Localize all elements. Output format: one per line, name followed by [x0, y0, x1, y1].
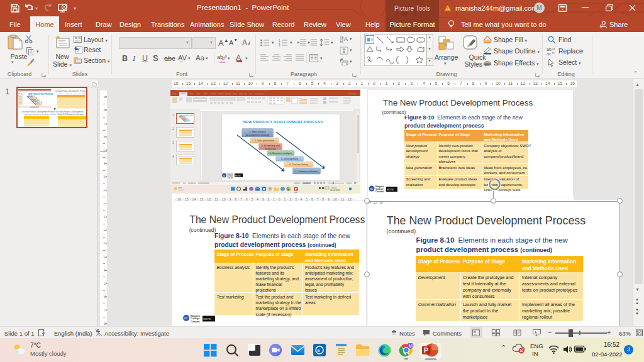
svg-text:ac: ac	[547, 52, 552, 55]
svg-text:A: A	[344, 36, 348, 42]
svg-text:evaluation: evaluation	[265, 147, 276, 150]
svg-text:development strategy: development strategy	[246, 133, 269, 136]
svg-text:ab: ab	[547, 47, 552, 52]
svg-text:The New Product Development: The New Product Development	[55, 111, 83, 113]
svg-text:Figure 8-10 Elements in each s: Figure 8-10 Elements in each stage of th…	[58, 93, 86, 95]
svg-text:NEW PRODUCT DEVELOPMENT PROCES: NEW PRODUCT DEVELOPMENT PROCESS	[243, 120, 323, 124]
svg-text:A: A	[242, 38, 247, 47]
svg-text:2. Idea generation: 2. Idea generation	[255, 139, 274, 142]
svg-text:6. Test marketing: 6. Test marketing	[289, 163, 308, 166]
svg-text:NEW PRODUCT DEV: NEW PRODUCT DEV	[179, 114, 193, 116]
svg-text:4. Business analysis: 4. Business analysis	[270, 151, 292, 155]
svg-text:nc: nc	[370, 187, 374, 190]
svg-text:NEW PRODUCT DEV PROCESS: NEW PRODUCT DEV PROCESS	[28, 93, 53, 96]
svg-text:The New Product Development Pr: The New Product Development Process	[55, 90, 86, 92]
svg-text:nc: nc	[223, 175, 226, 177]
svg-text:P: P	[294, 187, 297, 191]
svg-text:M: M	[409, 343, 413, 349]
svg-text:EDYN: EDYN	[235, 175, 240, 177]
svg-text:The New Product Development Pr: The New Product Development Process	[21, 111, 55, 113]
svg-text:7. Commercialization: 7. Commercialization	[295, 170, 318, 173]
svg-text:The New Product Dev Process: The New Product Dev Process	[178, 141, 194, 143]
svg-text:Figure 8-10 Elements in each s: Figure 8-10 Elements in each stage	[58, 113, 84, 116]
svg-text:5. Development: 5. Development	[281, 157, 299, 160]
svg-text:The New Product Dev Process: The New Product Dev Process	[178, 128, 194, 129]
svg-text:Canada: Canada	[375, 190, 384, 193]
svg-text:e: e	[317, 348, 320, 353]
svg-text:Canada: Canada	[227, 177, 233, 179]
svg-text:P: P	[424, 346, 428, 354]
svg-text:Canada: Canada	[191, 320, 200, 323]
svg-text:02-04-2022: 02-04-2022	[330, 189, 340, 192]
svg-text:nc: nc	[184, 316, 188, 320]
svg-text:EDYN: EDYN	[204, 317, 211, 321]
svg-text:EDYN: EDYN	[387, 189, 394, 191]
svg-text:The New Product Dev Process: The New Product Dev Process	[178, 155, 194, 156]
svg-text:3: 3	[279, 44, 280, 47]
svg-text:Figure 8-10 Elements in each s: Figure 8-10 Elements in each stage of th…	[24, 114, 57, 116]
